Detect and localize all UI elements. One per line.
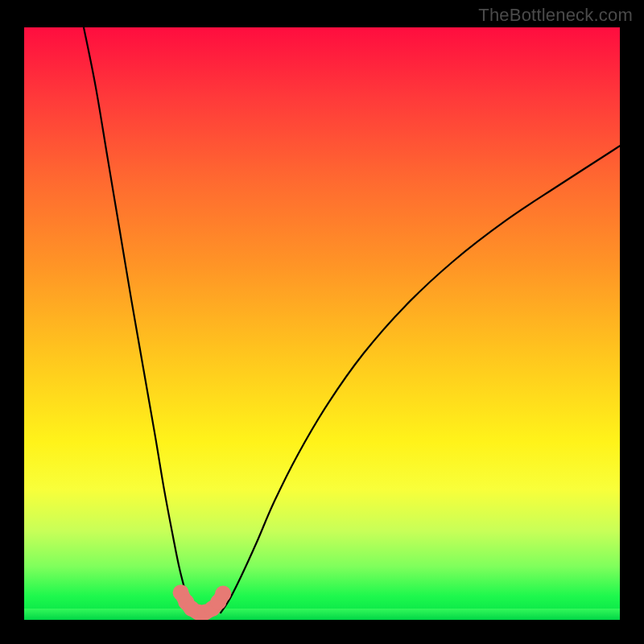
curve-left-branch: [84, 27, 192, 613]
bottleneck-marker-dot: [215, 586, 231, 602]
watermark-text: TheBottleneck.com: [478, 5, 633, 26]
bottleneck-marker-dots: [173, 584, 232, 620]
curve-right-branch: [221, 146, 620, 613]
chart-frame: TheBottleneck.com: [0, 0, 644, 644]
plot-area: [24, 27, 620, 620]
curve-layer: [24, 27, 620, 620]
